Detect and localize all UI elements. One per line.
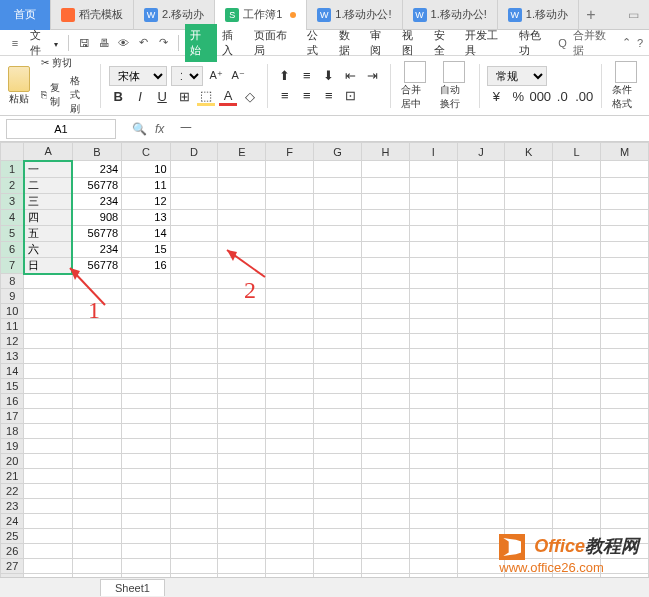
cell-H27[interactable] <box>361 559 409 574</box>
row-header-12[interactable]: 12 <box>1 334 24 349</box>
cell-C13[interactable] <box>122 349 170 364</box>
cell-C22[interactable] <box>122 484 170 499</box>
cell-E20[interactable] <box>218 454 266 469</box>
cell-B5[interactable]: 56778 <box>72 225 121 241</box>
cell-F15[interactable] <box>266 379 314 394</box>
border-button[interactable]: ⊞ <box>175 88 193 106</box>
cell-M14[interactable] <box>600 364 648 379</box>
cell-L21[interactable] <box>553 469 601 484</box>
cell-F8[interactable] <box>266 274 314 289</box>
cell-E8[interactable] <box>218 274 266 289</box>
cell-E7[interactable] <box>218 257 266 274</box>
cell-E26[interactable] <box>218 544 266 559</box>
row-header-6[interactable]: 6 <box>1 241 24 257</box>
row-header-13[interactable]: 13 <box>1 349 24 364</box>
col-header-H[interactable]: H <box>361 143 409 161</box>
cell-G9[interactable] <box>314 289 362 304</box>
row-header-7[interactable]: 7 <box>1 257 24 274</box>
cell-C2[interactable]: 11 <box>122 177 170 193</box>
cell-E4[interactable] <box>218 209 266 225</box>
cell-L13[interactable] <box>553 349 601 364</box>
cell-D11[interactable] <box>170 319 218 334</box>
col-header-B[interactable]: B <box>72 143 121 161</box>
cell-I10[interactable] <box>409 304 457 319</box>
cell-C9[interactable] <box>122 289 170 304</box>
cell-D25[interactable] <box>170 529 218 544</box>
increase-font-icon[interactable]: A⁺ <box>207 67 225 85</box>
col-header-A[interactable]: A <box>24 143 72 161</box>
cell-J8[interactable] <box>457 274 505 289</box>
cell-E3[interactable] <box>218 193 266 209</box>
row-header-3[interactable]: 3 <box>1 193 24 209</box>
cell-F5[interactable] <box>266 225 314 241</box>
cell-C23[interactable] <box>122 499 170 514</box>
cell-H4[interactable] <box>361 209 409 225</box>
cell-F4[interactable] <box>266 209 314 225</box>
ribbon-tab-security[interactable]: 安全 <box>429 24 461 62</box>
col-header-D[interactable]: D <box>170 143 218 161</box>
cell-I21[interactable] <box>409 469 457 484</box>
row-header-21[interactable]: 21 <box>1 469 24 484</box>
cell-I23[interactable] <box>409 499 457 514</box>
cell-E10[interactable] <box>218 304 266 319</box>
col-header-L[interactable]: L <box>553 143 601 161</box>
cell-F26[interactable] <box>266 544 314 559</box>
decrease-font-icon[interactable]: A⁻ <box>229 67 247 85</box>
cell-J10[interactable] <box>457 304 505 319</box>
cell-H15[interactable] <box>361 379 409 394</box>
cell-F7[interactable] <box>266 257 314 274</box>
cell-L10[interactable] <box>553 304 601 319</box>
cell-I11[interactable] <box>409 319 457 334</box>
cell-A2[interactable]: 二 <box>24 177 72 193</box>
cell-G23[interactable] <box>314 499 362 514</box>
row-header-17[interactable]: 17 <box>1 409 24 424</box>
cell-L15[interactable] <box>553 379 601 394</box>
cell-C20[interactable] <box>122 454 170 469</box>
search-icon[interactable]: Q <box>558 37 567 49</box>
cell-C7[interactable]: 16 <box>122 257 170 274</box>
cell-L1[interactable] <box>553 161 601 178</box>
cell-L18[interactable] <box>553 424 601 439</box>
cell-D21[interactable] <box>170 469 218 484</box>
cell-H1[interactable] <box>361 161 409 178</box>
cell-A17[interactable] <box>24 409 72 424</box>
cell-H6[interactable] <box>361 241 409 257</box>
cell-K8[interactable] <box>505 274 553 289</box>
cell-I9[interactable] <box>409 289 457 304</box>
cell-K17[interactable] <box>505 409 553 424</box>
cell-C11[interactable] <box>122 319 170 334</box>
cell-G10[interactable] <box>314 304 362 319</box>
cell-E17[interactable] <box>218 409 266 424</box>
cell-F18[interactable] <box>266 424 314 439</box>
cell-I14[interactable] <box>409 364 457 379</box>
cell-H13[interactable] <box>361 349 409 364</box>
col-header-J[interactable]: J <box>457 143 505 161</box>
cell-D10[interactable] <box>170 304 218 319</box>
cell-K14[interactable] <box>505 364 553 379</box>
cell-D7[interactable] <box>170 257 218 274</box>
cell-F25[interactable] <box>266 529 314 544</box>
cell-J1[interactable] <box>457 161 505 178</box>
cell-M18[interactable] <box>600 424 648 439</box>
cell-C16[interactable] <box>122 394 170 409</box>
cell-F21[interactable] <box>266 469 314 484</box>
cell-I12[interactable] <box>409 334 457 349</box>
row-header-27[interactable]: 27 <box>1 559 24 574</box>
cell-C14[interactable] <box>122 364 170 379</box>
cell-K22[interactable] <box>505 484 553 499</box>
cell-F17[interactable] <box>266 409 314 424</box>
cell-H14[interactable] <box>361 364 409 379</box>
cell-G27[interactable] <box>314 559 362 574</box>
cell-C24[interactable] <box>122 514 170 529</box>
cell-E6[interactable] <box>218 241 266 257</box>
cell-H25[interactable] <box>361 529 409 544</box>
cell-L19[interactable] <box>553 439 601 454</box>
cell-C4[interactable]: 13 <box>122 209 170 225</box>
cell-K15[interactable] <box>505 379 553 394</box>
cell-K9[interactable] <box>505 289 553 304</box>
cell-A5[interactable]: 五 <box>24 225 72 241</box>
col-header-C[interactable]: C <box>122 143 170 161</box>
cell-D15[interactable] <box>170 379 218 394</box>
cell-D8[interactable] <box>170 274 218 289</box>
cell-J23[interactable] <box>457 499 505 514</box>
